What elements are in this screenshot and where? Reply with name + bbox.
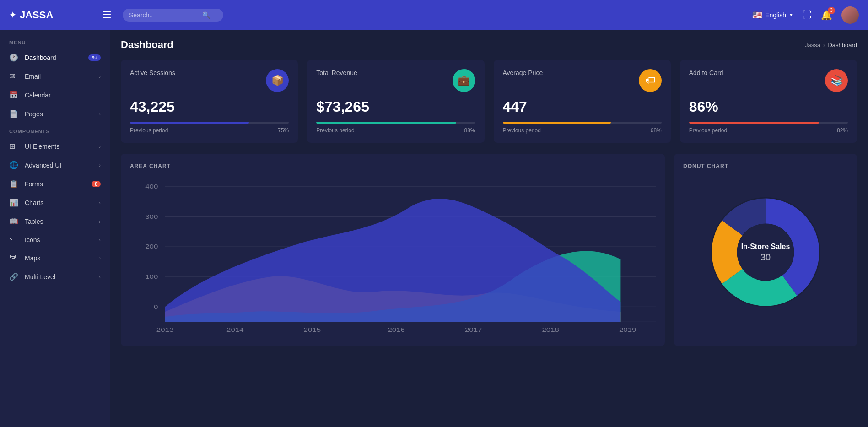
chevron-right-icon: ›	[99, 219, 101, 224]
sidebar-item-label: Tables	[25, 218, 99, 225]
donut-container: In-Store Sales 30	[683, 177, 848, 328]
hamburger-button[interactable]: ☰	[99, 7, 115, 23]
area-chart-svg: 400 300 200 100 0 2013 2014	[130, 177, 656, 337]
chevron-right-icon: ›	[99, 274, 101, 280]
main-content: Dashboard Jassa › Dashboard Active Sessi…	[110, 30, 868, 427]
stat-icon: 📚	[825, 69, 848, 92]
sidebar-item-label: Forms	[25, 180, 92, 188]
sidebar-item-forms[interactable]: 📋 Forms 8	[0, 174, 110, 193]
flag-icon: 🇺🇸	[752, 10, 762, 20]
chevron-right-icon: ›	[99, 74, 101, 79]
search-input[interactable]	[129, 11, 202, 19]
language-label: English	[765, 11, 786, 19]
breadcrumb: Jassa › Dashboard	[805, 42, 857, 49]
charts-row: AREA CHART 400 300 200 100	[121, 154, 857, 346]
logo-icon: ✦	[9, 10, 16, 20]
sidebar-item-charts[interactable]: 📊 Charts ›	[0, 193, 110, 212]
stat-card-label: Active Sessions	[130, 69, 175, 76]
sidebar-item-calendar[interactable]: 📅 Calendar	[0, 86, 110, 104]
svg-text:0: 0	[154, 304, 158, 310]
page-header: Dashboard Jassa › Dashboard	[121, 39, 857, 51]
sidebar-item-icons[interactable]: 🏷 Icons ›	[0, 231, 110, 249]
breadcrumb-current: Dashboard	[828, 42, 857, 49]
advanced-ui-icon: 🌐	[9, 161, 19, 169]
stat-icon: 📦	[266, 69, 289, 92]
stat-footer-value: 68%	[651, 127, 662, 134]
donut-chart-title: DONUT CHART	[683, 163, 848, 169]
notifications-button[interactable]: 🔔 3	[821, 10, 832, 21]
language-selector[interactable]: 🇺🇸 English ▼	[752, 10, 793, 20]
chevron-right-icon: ›	[99, 255, 101, 261]
fullscreen-button[interactable]: ⛶	[803, 10, 812, 20]
svg-text:2017: 2017	[465, 327, 482, 333]
stat-card-0: Active Sessions 📦 43,225 Previous period…	[121, 60, 298, 143]
menu-section-label: MENU	[0, 34, 110, 48]
breadcrumb-parent: Jassa	[805, 42, 820, 49]
svg-text:100: 100	[145, 274, 158, 280]
svg-text:200: 200	[145, 244, 158, 250]
area-chart-title: AREA CHART	[130, 163, 656, 169]
sidebar-item-multi-level[interactable]: 🔗 Multi Level ›	[0, 267, 110, 286]
chevron-right-icon: ›	[99, 111, 101, 117]
stat-progress-fill	[130, 122, 249, 124]
sidebar-item-tables[interactable]: 📖 Tables ›	[0, 212, 110, 231]
stat-cards: Active Sessions 📦 43,225 Previous period…	[121, 60, 857, 143]
stat-card-label: Average Price	[503, 69, 543, 76]
svg-text:In-Store Sales: In-Store Sales	[741, 243, 790, 250]
chevron-right-icon: ›	[99, 200, 101, 205]
stat-progress-fill	[503, 122, 611, 124]
stat-footer-label: Previous period	[130, 127, 168, 134]
donut-chart-card: DONUT CHART	[674, 154, 857, 346]
sidebar-item-maps[interactable]: 🗺 Maps ›	[0, 249, 110, 267]
avatar[interactable]	[841, 6, 859, 24]
page-title: Dashboard	[121, 39, 173, 51]
donut-chart-svg: In-Store Sales 30	[697, 184, 834, 321]
main-layout: MENU 🕐 Dashboard 9+ ✉ Email › 📅 Calendar…	[0, 30, 868, 427]
app-logo: ✦ JASSA	[9, 9, 92, 21]
stat-progress-bar	[503, 122, 662, 124]
stat-card-header: Active Sessions 📦	[130, 69, 289, 92]
components-section-label: COMPONENTS	[0, 123, 110, 137]
stat-footer-value: 75%	[278, 127, 289, 134]
notification-badge: 3	[828, 7, 835, 14]
sidebar-item-ui-elements[interactable]: ⊞ UI Elements ›	[0, 137, 110, 156]
sidebar-item-label: Calendar	[25, 92, 101, 99]
stat-footer-value: 88%	[464, 127, 475, 134]
sidebar-item-pages[interactable]: 📄 Pages ›	[0, 104, 110, 123]
sidebar-item-dashboard[interactable]: 🕐 Dashboard 9+	[0, 48, 110, 67]
chevron-down-icon: ▼	[789, 12, 793, 17]
app-name: JASSA	[20, 9, 53, 21]
search-box: 🔍	[123, 9, 223, 22]
stat-footer-label: Previous period	[316, 127, 354, 134]
sidebar-item-label: Charts	[25, 199, 99, 206]
stat-icon: 🏷	[639, 69, 662, 92]
stat-progress-fill	[689, 122, 819, 124]
stat-progress-bar	[130, 122, 289, 124]
ui-elements-icon: ⊞	[9, 142, 19, 151]
stat-footer-label: Previous period	[503, 127, 541, 134]
calendar-icon: 📅	[9, 91, 19, 99]
stat-value: 447	[503, 98, 662, 115]
chevron-right-icon: ›	[99, 237, 101, 243]
svg-text:30: 30	[760, 252, 771, 262]
stat-value: 86%	[689, 98, 848, 115]
svg-text:2015: 2015	[304, 327, 321, 333]
search-icon: 🔍	[202, 11, 210, 19]
svg-text:2018: 2018	[542, 327, 559, 333]
dashboard-badge: 9+	[88, 54, 101, 61]
sidebar-item-label: Multi Level	[25, 273, 99, 281]
stat-footer: Previous period 88%	[316, 127, 475, 134]
stat-card-2: Average Price 🏷 447 Previous period 68%	[494, 60, 671, 143]
sidebar: MENU 🕐 Dashboard 9+ ✉ Email › 📅 Calendar…	[0, 30, 110, 427]
stat-progress-bar	[316, 122, 475, 124]
svg-text:400: 400	[145, 184, 158, 190]
forms-icon: 📋	[9, 179, 19, 188]
stat-footer: Previous period 68%	[503, 127, 662, 134]
maps-icon: 🗺	[9, 254, 19, 262]
stat-card-1: Total Revenue 💼 $73,265 Previous period …	[307, 60, 484, 143]
stat-card-label: Total Revenue	[316, 69, 357, 76]
sidebar-item-advanced-ui[interactable]: 🌐 Advanced UI ›	[0, 156, 110, 174]
svg-text:300: 300	[145, 214, 158, 220]
sidebar-item-email[interactable]: ✉ Email ›	[0, 67, 110, 86]
svg-text:2013: 2013	[156, 327, 173, 333]
